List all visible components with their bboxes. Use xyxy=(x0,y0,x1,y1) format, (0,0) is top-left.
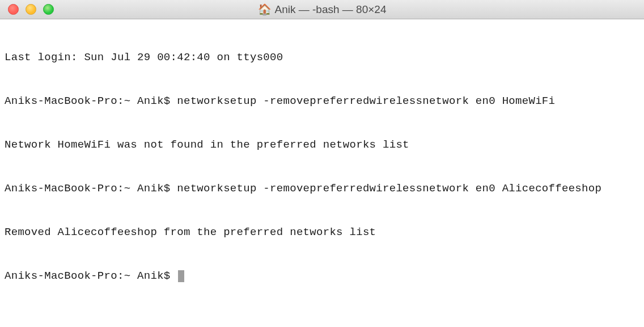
zoom-icon[interactable] xyxy=(43,4,54,15)
window-title: 🏠 Anik — -bash — 80×24 xyxy=(258,3,387,16)
home-icon: 🏠 xyxy=(258,3,272,16)
close-icon[interactable] xyxy=(8,4,19,15)
window-title-text: Anik — -bash — 80×24 xyxy=(275,3,387,16)
minimize-icon[interactable] xyxy=(26,4,36,15)
terminal-line: Network HomeWiFi was not found in the pr… xyxy=(5,138,639,153)
terminal-line: Removed Alicecoffeeshop from the preferr… xyxy=(5,225,639,240)
terminal-line: Last login: Sun Jul 29 00:42:40 on ttys0… xyxy=(5,51,639,65)
terminal-line: Aniks-MacBook-Pro:~ Anik$ networksetup -… xyxy=(5,94,639,109)
cursor-icon xyxy=(178,270,184,282)
terminal-output[interactable]: Last login: Sun Jul 29 00:42:40 on ttys0… xyxy=(0,19,644,300)
window-titlebar: 🏠 Anik — -bash — 80×24 xyxy=(0,0,644,19)
terminal-prompt-line: Aniks-MacBook-Pro:~ Anik$ xyxy=(5,269,639,284)
terminal-prompt: Aniks-MacBook-Pro:~ Anik$ xyxy=(5,270,177,282)
traffic-lights xyxy=(0,4,54,15)
terminal-line: Aniks-MacBook-Pro:~ Anik$ networksetup -… xyxy=(5,182,639,196)
